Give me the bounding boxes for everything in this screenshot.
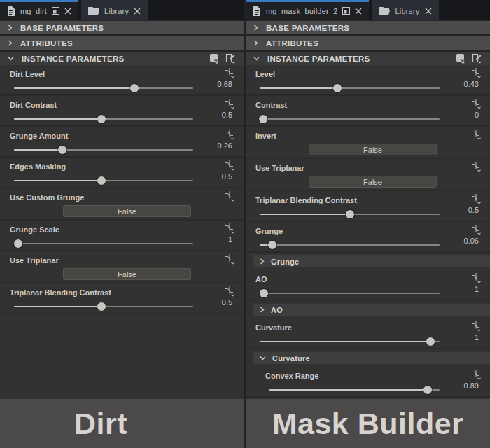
toggle-button[interactable]: False: [63, 205, 191, 217]
section-header-base-parameters[interactable]: BASE PARAMETERS: [246, 21, 490, 34]
section-header-attributes[interactable]: ATTRIBUTES: [0, 36, 244, 50]
slider-handle[interactable]: [333, 84, 342, 92]
param-row-ao: AO-1: [246, 270, 490, 301]
function-icon[interactable]: [224, 222, 235, 234]
param-value: 0.5: [222, 111, 232, 119]
function-icon[interactable]: [470, 97, 482, 109]
param-row-curvature: Curvature1: [246, 318, 490, 349]
function-icon[interactable]: [470, 272, 482, 284]
function-icon[interactable]: [470, 192, 482, 204]
param-label: Triplanar Blending Contrast: [10, 288, 111, 297]
function-icon[interactable]: [470, 223, 482, 235]
param-value: 0.68: [218, 80, 232, 88]
param-slider[interactable]: [14, 115, 193, 123]
section-header-base-parameters[interactable]: BASE PARAMETERS: [0, 21, 244, 34]
function-icon[interactable]: [470, 128, 482, 140]
slider-handle[interactable]: [268, 241, 276, 249]
close-icon[interactable]: [355, 8, 362, 15]
group-header-curvature[interactable]: Curvature: [253, 352, 490, 364]
toggle-button[interactable]: False: [63, 268, 191, 280]
chevron-down-icon: [260, 356, 266, 360]
param-row-triplanar-blending-contrast: Triplanar Blending Contrast0.5: [0, 284, 244, 314]
slider-handle[interactable]: [14, 239, 22, 248]
section-header-icons: [456, 53, 482, 64]
section-header-attributes[interactable]: ATTRIBUTES: [246, 36, 490, 50]
section-label: BASE PARAMETERS: [20, 24, 104, 32]
slider-handle[interactable]: [426, 337, 435, 346]
export-preset-icon[interactable]: [225, 53, 236, 64]
param-slider[interactable]: [14, 84, 193, 92]
folder-icon: [379, 7, 390, 15]
param-slider[interactable]: [14, 176, 193, 185]
param-slider[interactable]: [260, 241, 440, 249]
panel-caption-band: Dirt: [0, 399, 244, 448]
slider-handle[interactable]: [260, 289, 268, 298]
param-value: 0: [475, 111, 479, 119]
function-icon[interactable]: [224, 128, 235, 140]
function-icon[interactable]: [224, 253, 235, 265]
tab-library[interactable]: Library: [81, 0, 148, 20]
slider-fill: [14, 88, 134, 89]
function-icon[interactable]: [224, 159, 235, 171]
slider-handle[interactable]: [97, 302, 106, 311]
function-icon[interactable]: [470, 160, 482, 172]
function-icon[interactable]: [224, 66, 235, 78]
float-icon[interactable]: [342, 7, 350, 15]
param-slider[interactable]: [14, 146, 193, 154]
function-icon[interactable]: [224, 285, 235, 297]
close-icon[interactable]: [64, 8, 71, 15]
preset-icon[interactable]: [456, 53, 465, 64]
tab-mg-mask-builder-2[interactable]: mg_mask_builder_2: [246, 0, 369, 20]
group-header-grunge[interactable]: Grunge: [253, 255, 490, 267]
slider-handle[interactable]: [58, 146, 66, 154]
param-slider[interactable]: [270, 386, 440, 394]
param-slider[interactable]: [14, 302, 193, 311]
param-value: 0.06: [464, 237, 479, 245]
param-value: 0.5: [222, 172, 232, 181]
slider-handle[interactable]: [130, 84, 139, 92]
tab-bar: mg_dirtLibrary: [0, 0, 244, 20]
param-label: Curvature: [255, 323, 292, 332]
slider-handle[interactable]: [97, 115, 106, 123]
param-row-grunge-scale: Grunge Scale1: [0, 220, 244, 251]
section-header-instance-parameters[interactable]: INSTANCE PARAMETERS: [0, 52, 244, 65]
slider-track: [260, 244, 440, 246]
slider-handle[interactable]: [346, 210, 354, 218]
slider-handle[interactable]: [424, 386, 432, 394]
tab-library[interactable]: Library: [372, 0, 438, 20]
slider-handle[interactable]: [259, 115, 267, 123]
param-slider[interactable]: [260, 84, 440, 92]
toggle-button[interactable]: False: [309, 176, 437, 188]
param-label: Grunge: [255, 227, 283, 235]
section-label: INSTANCE PARAMETERS: [22, 55, 124, 63]
param-row-dirt-contrast: Dirt Contrast0.5: [0, 96, 244, 127]
param-row-convex-range: Convex Range0.89: [246, 367, 490, 398]
function-icon[interactable]: [470, 66, 482, 78]
float-icon[interactable]: [52, 7, 59, 15]
function-icon[interactable]: [470, 368, 482, 380]
group-label: AO: [271, 306, 283, 314]
param-slider[interactable]: [260, 289, 440, 298]
param-row-use-triplanar: Use TriplanarFalse: [0, 251, 244, 284]
group-label: Curvature: [272, 354, 310, 363]
section-header-instance-parameters[interactable]: INSTANCE PARAMETERS: [246, 52, 490, 65]
close-icon[interactable]: [425, 8, 432, 15]
param-row-contrast: Contrast0: [246, 96, 490, 127]
close-icon[interactable]: [134, 8, 141, 15]
toggle-button[interactable]: False: [309, 144, 437, 155]
param-slider[interactable]: [260, 337, 440, 346]
param-slider[interactable]: [260, 210, 440, 218]
slider-handle[interactable]: [97, 176, 106, 185]
dirt-panel: mg_dirtLibrary BASE PARAMETERSATTRIBUTES…: [0, 0, 244, 448]
function-icon[interactable]: [224, 97, 235, 109]
tab-mg-dirt[interactable]: mg_dirt: [0, 0, 78, 20]
preset-icon[interactable]: [209, 53, 219, 64]
export-preset-icon[interactable]: [472, 53, 482, 64]
function-icon[interactable]: [224, 190, 235, 202]
param-slider[interactable]: [14, 239, 193, 248]
parameter-editor-panels: mg_dirtLibrary BASE PARAMETERSATTRIBUTES…: [0, 0, 490, 448]
function-icon[interactable]: [470, 320, 482, 332]
param-slider[interactable]: [260, 115, 440, 123]
section-label: BASE PARAMETERS: [266, 24, 349, 32]
group-header-ao[interactable]: AO: [253, 304, 490, 316]
